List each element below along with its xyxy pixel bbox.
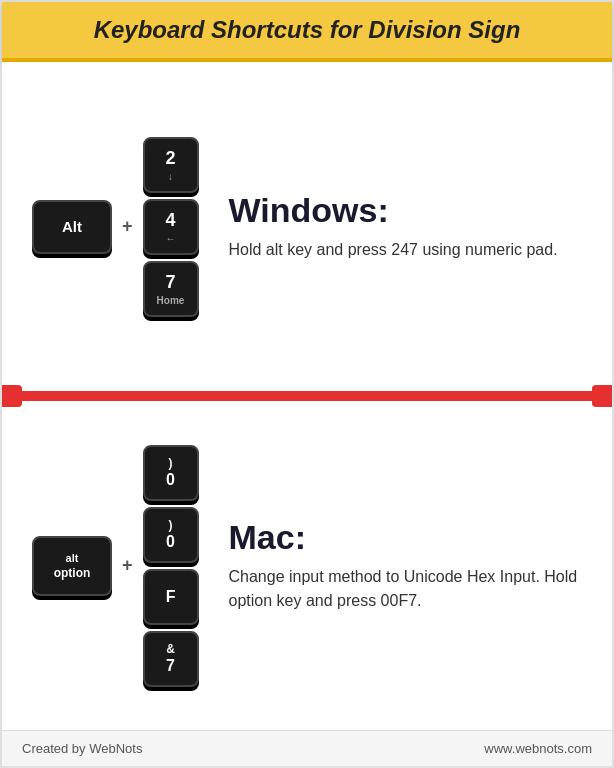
mac-key-f-main: F bbox=[166, 588, 176, 606]
page-wrapper: Keyboard Shortcuts for Division Sign Alt… bbox=[0, 0, 614, 768]
mac-key-7-main: 7 bbox=[166, 657, 175, 675]
header-title: Keyboard Shortcuts for Division Sign bbox=[94, 16, 521, 43]
mac-info: Mac: Change input method to Unicode Hex … bbox=[229, 518, 582, 613]
numpad-stack-mac: ) 0 ) 0 F & 7 bbox=[143, 445, 199, 687]
numpad-key-4: 4 ← bbox=[143, 199, 199, 255]
mac-key-7-top: & bbox=[166, 642, 175, 656]
mac-keys-area: alt option + ) 0 ) 0 F bbox=[32, 445, 199, 687]
mac-numpad-key-f: F bbox=[143, 569, 199, 625]
mac-numpad-key-0a: ) 0 bbox=[143, 445, 199, 501]
mac-key-0b-top: ) bbox=[169, 518, 173, 532]
mac-title: Mac: bbox=[229, 518, 582, 557]
windows-keys-area: Alt + 2 ↓ 4 ← 7 Home bbox=[32, 137, 199, 317]
mac-section: alt option + ) 0 ) 0 F bbox=[2, 401, 612, 730]
alt-key-bottom: option bbox=[54, 566, 91, 580]
footer: Created by WebNots www.webnots.com bbox=[2, 730, 612, 766]
plus-sign-windows: + bbox=[122, 216, 133, 237]
numpad-key-7-sub: Home bbox=[157, 295, 185, 306]
plus-sign-mac: + bbox=[122, 555, 133, 576]
alt-key-windows: Alt bbox=[32, 200, 112, 254]
mac-desc: Change input method to Unicode Hex Input… bbox=[229, 565, 582, 613]
footer-left: Created by WebNots bbox=[22, 741, 142, 756]
numpad-key-7-main: 7 bbox=[166, 272, 176, 293]
header: Keyboard Shortcuts for Division Sign bbox=[2, 2, 612, 62]
numpad-key-2: 2 ↓ bbox=[143, 137, 199, 193]
mac-numpad-key-7: & 7 bbox=[143, 631, 199, 687]
numpad-key-4-sub: ← bbox=[166, 233, 176, 244]
mac-key-0b-main: 0 bbox=[166, 533, 175, 551]
mac-key-0a-top: ) bbox=[169, 456, 173, 470]
windows-desc: Hold alt key and press 247 using numeric… bbox=[229, 238, 582, 262]
numpad-key-7: 7 Home bbox=[143, 261, 199, 317]
numpad-key-2-main: 2 bbox=[166, 148, 176, 169]
option-key-mac: alt option bbox=[32, 536, 112, 596]
mac-numpad-key-0b: ) 0 bbox=[143, 507, 199, 563]
windows-info: Windows: Hold alt key and press 247 usin… bbox=[229, 191, 582, 262]
alt-key-top: alt bbox=[66, 552, 79, 564]
content: Alt + 2 ↓ 4 ← 7 Home bbox=[2, 62, 612, 730]
footer-right: www.webnots.com bbox=[484, 741, 592, 756]
numpad-stack-windows: 2 ↓ 4 ← 7 Home bbox=[143, 137, 199, 317]
numpad-key-4-main: 4 bbox=[166, 210, 176, 231]
windows-title: Windows: bbox=[229, 191, 582, 230]
numpad-key-2-sub: ↓ bbox=[168, 171, 173, 182]
windows-section: Alt + 2 ↓ 4 ← 7 Home bbox=[2, 62, 612, 391]
mac-key-0a-main: 0 bbox=[166, 471, 175, 489]
divider bbox=[2, 391, 612, 401]
alt-key-label: Alt bbox=[62, 218, 82, 235]
